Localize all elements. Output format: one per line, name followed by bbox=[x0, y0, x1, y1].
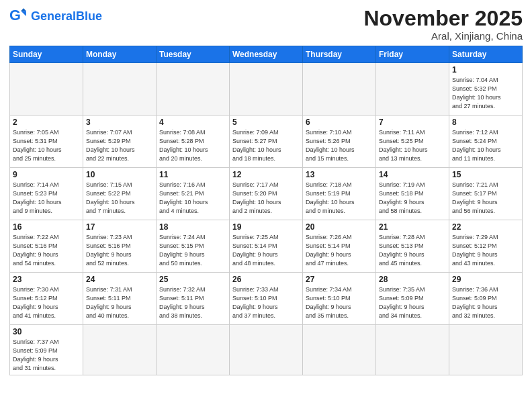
weekday-header-saturday: Saturday bbox=[449, 46, 523, 63]
calendar-cell: 20Sunrise: 7:26 AM Sunset: 5:14 PM Dayli… bbox=[303, 220, 376, 273]
day-number: 28 bbox=[379, 275, 446, 284]
calendar-cell: 23Sunrise: 7:30 AM Sunset: 5:12 PM Dayli… bbox=[10, 273, 83, 325]
day-info: Sunrise: 7:19 AM Sunset: 5:18 PM Dayligh… bbox=[379, 181, 446, 216]
header: G GeneralBlue November 2025 Aral, Xinjia… bbox=[9, 7, 523, 42]
calendar-cell: 1Sunrise: 7:04 AM Sunset: 5:32 PM Daylig… bbox=[449, 63, 523, 116]
day-number: 13 bbox=[306, 170, 373, 179]
day-number: 3 bbox=[86, 118, 153, 127]
day-info: Sunrise: 7:33 AM Sunset: 5:10 PM Dayligh… bbox=[232, 285, 300, 320]
day-number: 19 bbox=[232, 222, 300, 232]
day-info: Sunrise: 7:23 AM Sunset: 5:16 PM Dayligh… bbox=[86, 233, 153, 268]
day-info: Sunrise: 7:16 AM Sunset: 5:21 PM Dayligh… bbox=[159, 181, 226, 216]
calendar-cell bbox=[303, 63, 376, 116]
weekday-header-tuesday: Tuesday bbox=[157, 46, 230, 63]
calendar-cell: 27Sunrise: 7:34 AM Sunset: 5:10 PM Dayli… bbox=[303, 273, 376, 325]
day-number: 30 bbox=[13, 327, 80, 336]
svg-marker-1 bbox=[21, 11, 26, 16]
day-number: 26 bbox=[232, 275, 300, 284]
day-number: 8 bbox=[452, 118, 519, 127]
calendar-cell bbox=[303, 325, 376, 375]
day-info: Sunrise: 7:15 AM Sunset: 5:22 PM Dayligh… bbox=[86, 181, 153, 216]
day-info: Sunrise: 7:11 AM Sunset: 5:25 PM Dayligh… bbox=[379, 128, 446, 163]
calendar-cell bbox=[157, 325, 230, 375]
calendar-cell: 19Sunrise: 7:25 AM Sunset: 5:14 PM Dayli… bbox=[230, 220, 303, 273]
calendar-cell: 4Sunrise: 7:08 AM Sunset: 5:28 PM Daylig… bbox=[157, 116, 230, 168]
calendar-cell: 22Sunrise: 7:29 AM Sunset: 5:12 PM Dayli… bbox=[449, 220, 523, 273]
calendar-cell: 18Sunrise: 7:24 AM Sunset: 5:15 PM Dayli… bbox=[157, 220, 230, 273]
day-info: Sunrise: 7:34 AM Sunset: 5:10 PM Dayligh… bbox=[306, 285, 373, 320]
day-number: 12 bbox=[232, 170, 300, 179]
day-info: Sunrise: 7:32 AM Sunset: 5:11 PM Dayligh… bbox=[159, 285, 226, 320]
day-info: Sunrise: 7:26 AM Sunset: 5:14 PM Dayligh… bbox=[306, 233, 373, 268]
day-info: Sunrise: 7:36 AM Sunset: 5:09 PM Dayligh… bbox=[452, 285, 519, 320]
day-number: 24 bbox=[86, 275, 153, 284]
calendar-cell bbox=[449, 325, 523, 375]
svg-text:G: G bbox=[9, 7, 21, 24]
calendar-cell: 15Sunrise: 7:21 AM Sunset: 5:17 PM Dayli… bbox=[449, 168, 523, 220]
day-number: 14 bbox=[379, 170, 446, 179]
day-info: Sunrise: 7:17 AM Sunset: 5:20 PM Dayligh… bbox=[232, 181, 300, 216]
calendar-cell: 25Sunrise: 7:32 AM Sunset: 5:11 PM Dayli… bbox=[157, 273, 230, 325]
day-info: Sunrise: 7:28 AM Sunset: 5:13 PM Dayligh… bbox=[379, 233, 446, 268]
weekday-header-wednesday: Wednesday bbox=[230, 46, 303, 63]
calendar-cell bbox=[230, 63, 303, 116]
day-number: 29 bbox=[452, 275, 519, 284]
day-info: Sunrise: 7:35 AM Sunset: 5:09 PM Dayligh… bbox=[379, 285, 446, 320]
day-number: 17 bbox=[86, 222, 153, 232]
calendar-cell: 30Sunrise: 7:37 AM Sunset: 5:09 PM Dayli… bbox=[10, 325, 83, 375]
day-number: 6 bbox=[306, 118, 373, 127]
day-info: Sunrise: 7:21 AM Sunset: 5:17 PM Dayligh… bbox=[452, 181, 519, 216]
day-number: 1 bbox=[452, 65, 519, 75]
calendar-cell: 6Sunrise: 7:10 AM Sunset: 5:26 PM Daylig… bbox=[303, 116, 376, 168]
day-number: 10 bbox=[86, 170, 153, 179]
calendar-cell: 26Sunrise: 7:33 AM Sunset: 5:10 PM Dayli… bbox=[230, 273, 303, 325]
calendar-cell: 13Sunrise: 7:18 AM Sunset: 5:19 PM Dayli… bbox=[303, 168, 376, 220]
calendar-cell: 21Sunrise: 7:28 AM Sunset: 5:13 PM Dayli… bbox=[376, 220, 449, 273]
day-info: Sunrise: 7:14 AM Sunset: 5:23 PM Dayligh… bbox=[13, 181, 80, 216]
day-info: Sunrise: 7:30 AM Sunset: 5:12 PM Dayligh… bbox=[13, 285, 80, 320]
calendar: SundayMondayTuesdayWednesdayThursdayFrid… bbox=[9, 46, 523, 375]
logo-icon: G bbox=[9, 7, 28, 26]
day-number: 20 bbox=[306, 222, 373, 232]
calendar-cell: 7Sunrise: 7:11 AM Sunset: 5:25 PM Daylig… bbox=[376, 116, 449, 168]
calendar-cell bbox=[83, 325, 157, 375]
day-info: Sunrise: 7:22 AM Sunset: 5:16 PM Dayligh… bbox=[13, 233, 80, 268]
calendar-cell bbox=[10, 63, 83, 116]
day-number: 25 bbox=[159, 275, 226, 284]
day-number: 5 bbox=[232, 118, 300, 127]
calendar-cell bbox=[83, 63, 157, 116]
calendar-cell: 8Sunrise: 7:12 AM Sunset: 5:24 PM Daylig… bbox=[449, 116, 523, 168]
day-info: Sunrise: 7:12 AM Sunset: 5:24 PM Dayligh… bbox=[452, 128, 519, 163]
day-info: Sunrise: 7:29 AM Sunset: 5:12 PM Dayligh… bbox=[452, 233, 519, 268]
logo-general: General bbox=[31, 9, 76, 23]
logo-text: GeneralBlue bbox=[31, 9, 102, 24]
calendar-cell: 14Sunrise: 7:19 AM Sunset: 5:18 PM Dayli… bbox=[376, 168, 449, 220]
day-number: 22 bbox=[452, 222, 519, 232]
day-number: 15 bbox=[452, 170, 519, 179]
weekday-header-sunday: Sunday bbox=[10, 46, 83, 63]
day-info: Sunrise: 7:24 AM Sunset: 5:15 PM Dayligh… bbox=[159, 233, 226, 268]
svg-marker-2 bbox=[21, 8, 26, 11]
day-number: 9 bbox=[13, 170, 80, 179]
logo: G GeneralBlue bbox=[9, 7, 102, 26]
day-number: 23 bbox=[13, 275, 80, 284]
calendar-cell bbox=[157, 63, 230, 116]
day-info: Sunrise: 7:07 AM Sunset: 5:29 PM Dayligh… bbox=[86, 128, 153, 163]
calendar-cell: 2Sunrise: 7:05 AM Sunset: 5:31 PM Daylig… bbox=[10, 116, 83, 168]
day-number: 27 bbox=[306, 275, 373, 284]
day-number: 2 bbox=[13, 118, 80, 127]
calendar-cell bbox=[230, 325, 303, 375]
calendar-cell: 10Sunrise: 7:15 AM Sunset: 5:22 PM Dayli… bbox=[83, 168, 157, 220]
calendar-cell: 28Sunrise: 7:35 AM Sunset: 5:09 PM Dayli… bbox=[376, 273, 449, 325]
day-info: Sunrise: 7:08 AM Sunset: 5:28 PM Dayligh… bbox=[159, 128, 226, 163]
day-info: Sunrise: 7:31 AM Sunset: 5:11 PM Dayligh… bbox=[86, 285, 153, 320]
weekday-header-thursday: Thursday bbox=[303, 46, 376, 63]
day-info: Sunrise: 7:10 AM Sunset: 5:26 PM Dayligh… bbox=[306, 128, 373, 163]
day-number: 21 bbox=[379, 222, 446, 232]
calendar-cell: 5Sunrise: 7:09 AM Sunset: 5:27 PM Daylig… bbox=[230, 116, 303, 168]
logo-blue: Blue bbox=[76, 9, 102, 23]
calendar-cell: 9Sunrise: 7:14 AM Sunset: 5:23 PM Daylig… bbox=[10, 168, 83, 220]
calendar-cell bbox=[376, 325, 449, 375]
weekday-header-monday: Monday bbox=[83, 46, 157, 63]
calendar-cell: 24Sunrise: 7:31 AM Sunset: 5:11 PM Dayli… bbox=[83, 273, 157, 325]
